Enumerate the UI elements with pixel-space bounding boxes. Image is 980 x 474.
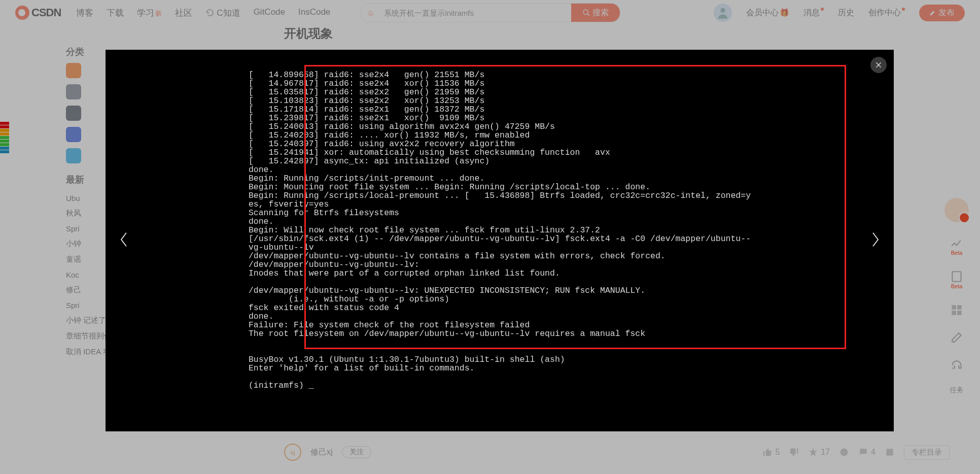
terminal-output: [ 14.899658] raid6: sse2x4 gen() 21551 M… xyxy=(249,71,751,390)
image-lightbox: [ 14.899658] raid6: sse2x4 gen() 21551 M… xyxy=(106,50,894,431)
chevron-left-icon xyxy=(119,231,129,248)
close-button[interactable] xyxy=(870,57,887,73)
prev-image-button[interactable] xyxy=(109,221,139,260)
chevron-right-icon xyxy=(870,231,881,248)
next-image-button[interactable] xyxy=(860,221,891,260)
terminal-screenshot: [ 14.899658] raid6: sse2x4 gen() 21551 M… xyxy=(249,62,751,398)
close-icon xyxy=(874,61,883,69)
watermark: CSDN @人民的石头 xyxy=(888,459,971,471)
